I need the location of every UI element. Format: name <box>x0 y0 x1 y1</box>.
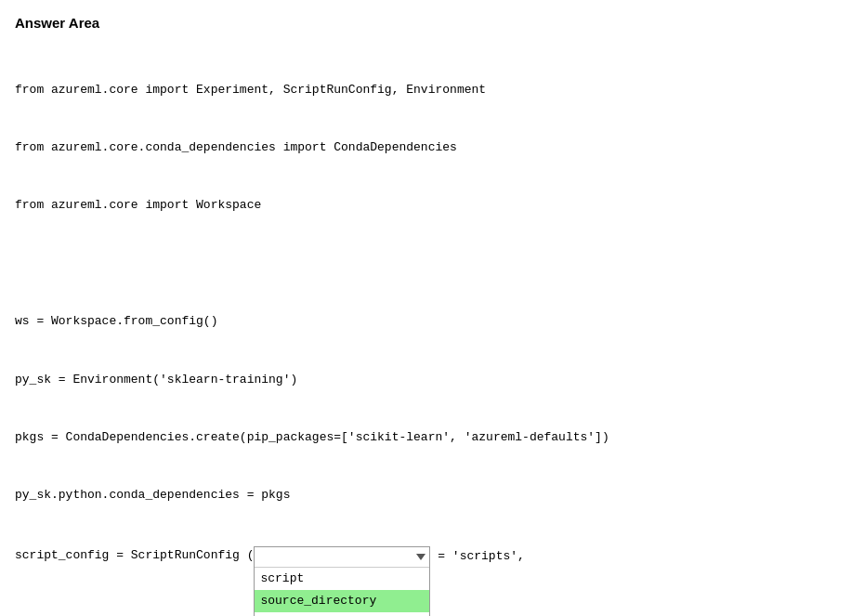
dropdown-1-option-resume-from[interactable]: resume_from <box>255 612 429 616</box>
code-line-2: from azureml.core.conda_dependencies imp… <box>15 138 849 158</box>
answer-area-title: Answer Area <box>15 15 849 31</box>
dropdown-1-option-source-directory[interactable]: source_directory <box>255 590 429 612</box>
code-prefix-1: script_config = ScriptRunConfig ( <box>15 546 254 566</box>
dropdown-1[interactable]: script source_directory resume_from argu… <box>254 546 430 616</box>
code-line-1: from azureml.core import Experiment, Scr… <box>15 81 849 100</box>
code-line-5: py_sk = Environment('sklearn-training') <box>15 371 849 390</box>
code-line-7: py_sk.python.conda_dependencies = pkgs <box>15 486 849 505</box>
code-line-4: ws = Workspace.from_config() <box>15 312 849 332</box>
dropdown-1-options: script source_directory resume_from argu… <box>255 568 429 616</box>
code-suffix-1: = 'scripts', <box>430 546 524 567</box>
dropdown-1-header[interactable] <box>255 547 429 568</box>
dropdown-1-option-script[interactable]: script <box>255 568 429 590</box>
code-line-3: from azureml.core import Workspace <box>15 196 849 216</box>
answer-area: Answer Area from azureml.core import Exp… <box>15 15 849 616</box>
code-line-6: pkgs = CondaDependencies.create(pip_pack… <box>15 428 849 448</box>
code-blank <box>15 255 849 274</box>
dropdown-1-arrow-icon <box>416 554 425 560</box>
